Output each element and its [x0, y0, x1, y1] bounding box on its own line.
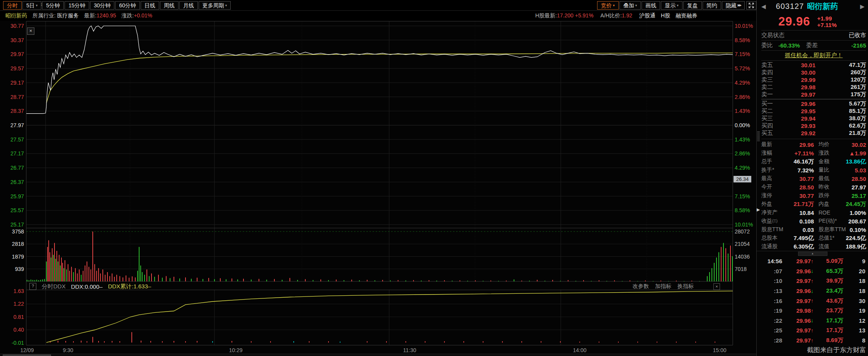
prev-stock-icon[interactable]: ◀ — [761, 3, 766, 10]
tool-button-简约[interactable]: 简约 — [703, 1, 721, 10]
level-price[interactable]: 29.97 — [780, 91, 815, 98]
percent-tick: 5.72% — [735, 65, 757, 72]
level-price[interactable]: 29.92 — [780, 130, 815, 136]
price-tick: 25.17 — [0, 221, 24, 228]
double-chevron-icon: ▶▶ — [738, 2, 741, 9]
trade-count: 8 — [843, 337, 865, 344]
timeshare-chart[interactable] — [0, 21, 756, 356]
stat-row: 最高30.77最低28.50 — [761, 174, 866, 183]
collapse-handle[interactable]: ▲ — [798, 252, 827, 256]
level-price[interactable]: 29.95 — [780, 108, 815, 114]
tool-button-隐藏[interactable]: 隐藏▶▶ — [722, 1, 745, 10]
ddx-action-加指标[interactable]: 加指标 — [655, 283, 671, 290]
tool-button-竞价[interactable]: 竞价▾ — [597, 1, 619, 10]
stat-value: 21.71万 — [785, 201, 814, 208]
tool-button-叠加[interactable]: 叠加▾ — [620, 1, 641, 10]
arrow-up-icon: ↑ — [811, 258, 816, 264]
close-icon[interactable]: × — [27, 27, 34, 35]
open-account-link[interactable]: 抓住机会，即刻开户！ — [785, 52, 843, 59]
scrollbar-handle[interactable] — [3, 354, 51, 356]
period-button-15分钟[interactable]: 15分钟 — [65, 1, 89, 10]
level-price[interactable]: 29.98 — [780, 84, 815, 90]
industry-value[interactable]: 医疗服务 — [57, 12, 79, 19]
tool-button-显示[interactable]: 显示▾ — [661, 1, 682, 10]
level-price[interactable]: 29.94 — [780, 115, 815, 122]
level-price[interactable]: 30.01 — [780, 62, 815, 68]
trade-volume: 23.4万 — [816, 287, 843, 295]
order-book-row: 买五29.9221.8万 — [761, 129, 866, 137]
period-button-30分钟[interactable]: 30分钟 — [90, 1, 115, 10]
period-button-周线[interactable]: 周线 — [160, 1, 179, 10]
order-book-row: 卖二29.98261万 — [761, 83, 866, 91]
stat-value: 13.86亿 — [842, 158, 866, 165]
level-price[interactable]: 30.00 — [780, 69, 815, 76]
trade-time: 14:56 — [761, 258, 782, 264]
stat-value: 30.02 — [842, 141, 866, 148]
time-tick: 15:00 — [707, 347, 732, 353]
splitter-icon[interactable]: ↕ — [40, 1, 43, 7]
level-price[interactable]: 29.99 — [780, 77, 815, 83]
stat-value: 10.84 — [785, 210, 814, 216]
chevron-down-icon: ▾ — [225, 2, 227, 9]
ddx-title[interactable]: 分时DDX — [42, 283, 66, 290]
trade-status-row: 交易状态 已收市 — [761, 30, 866, 40]
stat-label: 净资产 — [761, 209, 785, 216]
ddx-close-icon[interactable]: × — [713, 283, 720, 290]
trade-row: :0729.96↓65.3万20 — [761, 266, 866, 276]
next-stock-icon[interactable]: ▶ — [860, 3, 865, 10]
trade-time: :16 — [761, 298, 782, 304]
ddx-action-改参数[interactable]: 改参数 — [633, 283, 649, 290]
period-button-分时[interactable]: 分时 — [3, 1, 22, 10]
trade-row: :2829.97↑8.69万8 — [761, 336, 866, 346]
h-share-info: H股最新:17.200 +5.91% A/H比价:1.92 沪股通 H股 融资融… — [535, 11, 697, 21]
stat-label: 总手 — [761, 158, 785, 165]
panel-collapse-icon[interactable]: ▶ — [757, 207, 760, 212]
weicha-value: -2165 — [851, 42, 866, 49]
arrow-up-icon: ↑ — [811, 327, 816, 334]
panel-resize-handle[interactable] — [757, 131, 760, 141]
trade-price: 29.97 — [782, 347, 811, 347]
fullscreen-button[interactable] — [746, 1, 756, 10]
period-button-60分钟[interactable]: 60分钟 — [115, 1, 140, 10]
stat-label: 总股本 — [761, 235, 785, 242]
stat-label: 外盘 — [761, 201, 785, 208]
stat-row: 净资产10.84ROE1.00% — [761, 208, 866, 217]
level-name: 卖二 — [761, 83, 780, 91]
stock-code: 603127 — [776, 2, 804, 11]
price-tick: 26.37 — [0, 179, 24, 185]
period-button-更多周期[interactable]: 更多周期▾ — [199, 1, 231, 10]
level-price[interactable]: 29.96 — [780, 100, 815, 107]
panel-collapse-bar: ▲ — [757, 251, 868, 256]
level-name: 买四 — [761, 122, 780, 129]
trade-row: :1029.97↑39.9万18 — [761, 276, 866, 286]
industry-change-value: +0.01% — [134, 12, 152, 19]
period-button-5日[interactable]: 5日▾ — [22, 1, 41, 10]
trade-volume: 17.1万 — [816, 327, 843, 334]
quote-panel: ▶ ◀ 603127 昭衍新药 ▶ 29.96 +1.99 +7.11% 交易状… — [756, 0, 868, 356]
trade-price: 29.97 — [782, 327, 811, 334]
trade-time: :25 — [761, 327, 782, 334]
stat-value: 28.50 — [842, 175, 866, 182]
stat-label: 股息率TTM — [819, 226, 842, 233]
period-button-5分钟[interactable]: 5分钟 — [42, 1, 64, 10]
period-button-日线[interactable]: 日线 — [141, 1, 159, 10]
trade-row: 14:5629.97↑5.09万9 — [761, 256, 866, 266]
trade-row: :1629.97↑43.6万30 — [761, 296, 866, 306]
stat-value: 29.96 — [785, 141, 814, 148]
tool-button-复盘[interactable]: 复盘 — [683, 1, 702, 10]
period-button-月线[interactable]: 月线 — [179, 1, 198, 10]
tick-trades-list[interactable]: 14:5629.97↑5.09万9:0729.96↓65.3万20:1029.9… — [761, 256, 866, 347]
trade-count: 18 — [843, 278, 865, 284]
ddx-action-换指标[interactable]: 换指标 — [677, 283, 694, 290]
stat-label: 涨幅 — [761, 150, 785, 157]
hshare-pct: +5.91% — [575, 12, 594, 19]
level-volume: 62.6万 — [815, 122, 866, 129]
ddx-value: DDX:0.000– — [71, 283, 103, 290]
stat-label: 收益㈢ — [761, 218, 785, 225]
stat-label: 流通股 — [761, 243, 785, 250]
tool-button-画线[interactable]: 画线 — [642, 1, 660, 10]
help-icon[interactable]: ? — [29, 283, 36, 290]
level-price[interactable]: 29.93 — [780, 123, 815, 129]
price-change: +1.99 — [817, 15, 832, 22]
horizontal-scrollbar[interactable] — [0, 354, 756, 356]
